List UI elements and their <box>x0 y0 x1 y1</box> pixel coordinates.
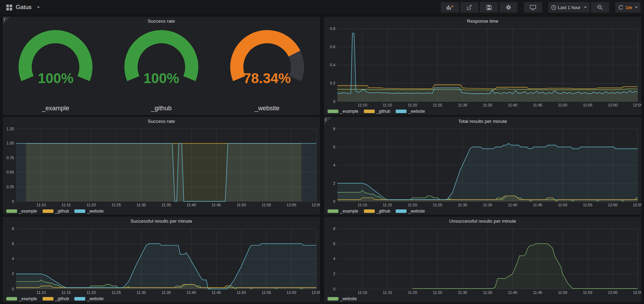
svg-text:4: 4 <box>12 257 14 261</box>
legend-item-_example[interactable]: _example <box>328 209 358 214</box>
legend-series-name: _github <box>55 209 69 214</box>
gauge-github: 100% _github <box>109 26 214 115</box>
svg-text:2: 2 <box>333 181 335 185</box>
chart-canvas[interactable]: 00.250.500.751.001.2511:1011:1511:2011:2… <box>3 126 320 208</box>
svg-text:11:30: 11:30 <box>458 103 467 107</box>
svg-text:0.4: 0.4 <box>330 63 335 67</box>
panel-title[interactable]: Success rate <box>3 17 320 26</box>
svg-text:12:00: 12:00 <box>608 290 618 295</box>
save-button[interactable] <box>480 2 498 13</box>
panel-title[interactable]: Response time <box>324 17 641 26</box>
legend-series-dash <box>6 209 17 213</box>
legend-series-dash <box>328 209 338 213</box>
legend-item-_website[interactable]: _website <box>396 109 425 114</box>
total-results-chart[interactable]: 0246811:1011:1511:2011:2511:3011:3511:40… <box>324 126 641 208</box>
svg-text:11:40: 11:40 <box>186 203 196 207</box>
time-range-button[interactable]: Last 1 hour <box>548 2 590 13</box>
svg-text:8: 8 <box>12 227 14 231</box>
svg-text:6: 6 <box>12 242 14 246</box>
legend-series-dash <box>364 209 375 213</box>
svg-text:11:10: 11:10 <box>358 290 367 295</box>
legend-series-name: _website <box>87 209 103 214</box>
legend-series-dash <box>6 297 17 301</box>
gauge-label: _example <box>3 105 109 112</box>
legend-series-name: _github <box>376 109 390 114</box>
successful-results-chart[interactable]: 0246811:1011:1511:2011:2511:3011:3511:40… <box>3 226 320 295</box>
response-time-chart[interactable]: 00.20.40.60.811:1011:1511:2011:2511:3011… <box>324 26 641 108</box>
svg-text:11:10: 11:10 <box>36 203 46 207</box>
add-panel-button[interactable] <box>441 2 459 13</box>
zoom-out-button[interactable] <box>591 2 609 13</box>
legend-item-_website[interactable]: _website <box>74 209 103 214</box>
chart-canvas[interactable]: 0246811:1011:1511:2011:2511:3011:3511:40… <box>324 226 641 295</box>
panel-successful-results: Successful results per minute 0246811:10… <box>3 217 320 302</box>
svg-text:12:05: 12:05 <box>633 203 641 207</box>
svg-text:6: 6 <box>333 145 335 149</box>
svg-text:11:30: 11:30 <box>137 290 146 295</box>
svg-text:6: 6 <box>333 242 335 246</box>
legend-series-name: _example <box>340 109 358 114</box>
svg-text:11:25: 11:25 <box>111 290 121 295</box>
panel-info-icon[interactable]: i <box>3 17 10 24</box>
svg-text:11:45: 11:45 <box>212 290 221 295</box>
legend-item-_website[interactable]: _website <box>396 209 425 214</box>
svg-text:11:55: 11:55 <box>583 103 592 107</box>
share-button[interactable] <box>460 2 478 13</box>
success-rate-chart[interactable]: 00.250.500.751.001.2511:1011:1511:2011:2… <box>3 126 320 208</box>
tv-mode-button[interactable] <box>524 2 542 13</box>
panel-info-icon[interactable]: i <box>324 117 332 125</box>
panel-total-results: i Total results per minute 0246811:1011:… <box>324 117 641 215</box>
legend-item-_example[interactable]: _example <box>328 109 358 114</box>
add-panel-icon <box>446 5 453 10</box>
dashboard-picker[interactable]: Gatus <box>3 2 43 12</box>
svg-text:11:30: 11:30 <box>458 290 467 295</box>
chart-canvas[interactable]: 0246811:1011:1511:2011:2511:3011:3511:40… <box>3 226 320 295</box>
svg-text:11:20: 11:20 <box>87 290 96 295</box>
svg-text:11:15: 11:15 <box>383 290 392 295</box>
chart-canvas[interactable]: 0246811:1011:1511:2011:2511:3011:3511:40… <box>324 126 641 208</box>
legend-series-name: _website <box>408 109 425 114</box>
tv-mode-icon <box>530 5 536 10</box>
svg-text:11:55: 11:55 <box>262 290 271 295</box>
clock-icon <box>551 5 556 10</box>
legend-item-_example[interactable]: _example <box>6 209 37 214</box>
legend-item-_website[interactable]: _website <box>74 296 103 301</box>
svg-text:8: 8 <box>333 127 335 131</box>
svg-text:11:40: 11:40 <box>508 103 517 107</box>
legend-item-_github[interactable]: _github <box>43 296 69 301</box>
legend-item-_github[interactable]: _github <box>43 209 69 214</box>
legend-series-dash <box>396 209 407 213</box>
refresh-button[interactable]: 1m <box>615 2 641 13</box>
panel-title[interactable]: Total results per minute <box>324 117 641 126</box>
chart-canvas[interactable]: 00.20.40.60.811:1011:1511:2011:2511:3011… <box>324 26 641 108</box>
panel-title[interactable]: Successful results per minute <box>3 217 320 226</box>
svg-text:11:20: 11:20 <box>408 103 417 107</box>
legend-item-_example[interactable]: _example <box>6 296 37 301</box>
panel-title[interactable]: Unsuccessful results per minute <box>324 217 641 226</box>
panel-success-rate-gauges: i Success rate 100% _example 100% _githu… <box>3 17 320 115</box>
unsuccessful-results-chart[interactable]: 0246811:1011:1511:2011:2511:3011:3511:40… <box>324 226 641 295</box>
gauge-example: 100% _example <box>3 26 109 115</box>
svg-text:11:25: 11:25 <box>111 203 121 207</box>
svg-text:0: 0 <box>12 199 14 203</box>
legend-series-name: _website <box>87 296 103 301</box>
settings-button[interactable] <box>499 2 518 13</box>
svg-text:11:50: 11:50 <box>237 203 246 207</box>
svg-text:12:00: 12:00 <box>608 103 618 107</box>
legend-item-_github[interactable]: _github <box>364 209 390 214</box>
chart-legend: _website <box>324 295 641 302</box>
svg-text:11:40: 11:40 <box>508 203 517 207</box>
svg-text:11:35: 11:35 <box>483 103 492 107</box>
legend-item-_website[interactable]: _website <box>328 296 357 301</box>
gauge-arc <box>230 30 304 104</box>
legend-series-name: _website <box>408 209 425 214</box>
legend-series-name: _github <box>55 296 69 301</box>
gauge-arc <box>19 30 93 104</box>
time-range-label: Last 1 hour <box>558 5 580 10</box>
legend-series-name: _example <box>340 209 358 214</box>
legend-item-_github[interactable]: _github <box>364 109 390 114</box>
zoom-out-icon <box>597 5 603 10</box>
svg-text:4: 4 <box>333 257 335 261</box>
panel-title[interactable]: Success rate <box>3 117 320 126</box>
dashboard-grid-icon <box>6 5 12 10</box>
